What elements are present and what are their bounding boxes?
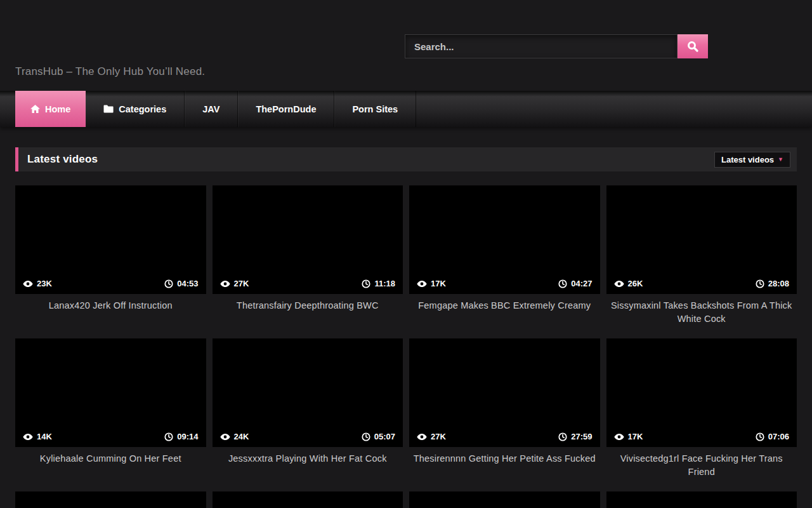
eye-icon (23, 433, 33, 441)
video-card[interactable]: 14K 09:14 Kyliehaale Cumming On Her Feet (15, 338, 206, 479)
video-meta: 14K 09:14 (15, 427, 206, 447)
video-title[interactable]: Lanax420 Jerk Off Instruction (18, 299, 204, 326)
nav-item-theporndude[interactable]: ThePornDude (238, 91, 334, 127)
video-title[interactable]: Jessxxxtra Playing With Her Fat Cock (215, 452, 401, 479)
video-card[interactable]: 27K 11:18 Thetransfairy Deepthroating BW… (213, 185, 403, 326)
video-views: 14K (37, 432, 52, 441)
sort-dropdown[interactable]: Latest videos ▼ (714, 152, 790, 168)
nav-item-label: JAV (202, 104, 219, 114)
clock-icon (756, 432, 764, 441)
clock-icon (756, 279, 764, 288)
video-card[interactable]: 23K 04:53 Lanax420 Jerk Off Instruction (15, 185, 206, 326)
clock-icon (362, 279, 370, 288)
video-meta: 27K 27:59 (409, 427, 600, 447)
video-title[interactable]: Sissymaxinl Takes Backshots From A Thick… (609, 299, 795, 326)
video-thumbnail[interactable]: 17K 07:06 (606, 338, 797, 447)
video-title[interactable]: Thesirennnn Getting Her Petite Ass Fucke… (412, 452, 598, 479)
site-header: TransHub – The Only Hub You’ll Need. (0, 0, 812, 91)
video-title[interactable]: Femgape Makes BBC Extremely Creamy (412, 299, 598, 326)
video-thumbnail[interactable]: 23K 04:53 (15, 185, 206, 294)
video-meta: 17K 07:06 (606, 427, 797, 447)
video-thumbnail[interactable] (409, 491, 600, 508)
clock-icon (362, 432, 370, 441)
video-duration: 11:18 (374, 279, 395, 288)
video-thumbnail[interactable]: 14K 09:14 (15, 338, 206, 447)
home-icon (30, 105, 40, 114)
nav-item-label: Porn Sites (352, 104, 398, 114)
video-views: 27K (431, 432, 446, 441)
main-content: Latest videos Latest videos ▼ 23K (0, 147, 812, 508)
video-title[interactable]: Kyliehaale Cumming On Her Feet (18, 452, 204, 479)
video-views: 27K (234, 279, 249, 288)
section-title: Latest videos (27, 153, 98, 166)
site-tagline: TransHub – The Only Hub You’ll Need. (15, 65, 205, 78)
nav-item-categories[interactable]: Categories (86, 91, 185, 127)
search-button[interactable] (678, 34, 708, 58)
video-views: 24K (234, 432, 249, 441)
video-thumbnail[interactable]: 27K 27:59 (409, 338, 600, 447)
video-card-partial[interactable] (606, 491, 797, 508)
video-meta: 17K 04:27 (409, 274, 600, 294)
search-form (405, 34, 708, 58)
video-card[interactable]: 26K 28:08 Sissymaxinl Takes Backshots Fr… (606, 185, 797, 326)
video-views: 17K (431, 279, 446, 288)
video-card[interactable]: 24K 05:07 Jessxxxtra Playing With Her Fa… (213, 338, 403, 479)
video-views: 23K (37, 279, 52, 288)
video-meta: 23K 04:53 (15, 274, 206, 294)
video-duration: 05:07 (374, 432, 395, 441)
eye-icon (417, 280, 427, 288)
chevron-down-icon: ▼ (778, 157, 783, 163)
nav-item-home[interactable]: Home (15, 91, 86, 127)
section-header: Latest videos Latest videos ▼ (15, 147, 797, 171)
video-duration: 07:06 (768, 432, 789, 441)
folder-icon (103, 105, 114, 113)
video-thumbnail[interactable] (213, 491, 403, 508)
video-meta: 27K 11:18 (213, 274, 403, 294)
nav-item-label: ThePornDude (256, 104, 316, 114)
clock-icon (164, 432, 173, 441)
video-thumbnail[interactable]: 17K 04:27 (409, 185, 600, 294)
eye-icon (614, 433, 624, 441)
video-card-partial[interactable] (409, 491, 600, 508)
video-thumbnail[interactable]: 24K 05:07 (213, 338, 403, 447)
video-meta: 26K 28:08 (606, 274, 797, 294)
clock-icon (164, 279, 173, 288)
video-duration: 27:59 (571, 432, 592, 441)
nav-item-label: Home (45, 104, 70, 114)
video-views: 26K (628, 279, 643, 288)
eye-icon (220, 280, 230, 288)
eye-icon (220, 433, 230, 441)
video-thumbnail[interactable] (606, 491, 797, 508)
video-grid: 23K 04:53 Lanax420 Jerk Off Instruction (15, 185, 797, 508)
nav-item-porn-sites[interactable]: Porn Sites (334, 91, 416, 127)
video-views: 17K (628, 432, 643, 441)
video-card-partial[interactable] (15, 491, 206, 508)
video-thumbnail[interactable]: 27K 11:18 (213, 185, 403, 294)
eye-icon (417, 433, 427, 441)
main-nav: Home Categories JAV ThePornDude Porn Sit… (0, 91, 812, 127)
video-duration: 09:14 (177, 432, 198, 441)
search-input[interactable] (405, 34, 678, 58)
video-card-partial[interactable] (213, 491, 403, 508)
video-card[interactable]: 27K 27:59 Thesirennnn Getting Her Petite… (409, 338, 600, 479)
clock-icon (558, 432, 567, 441)
video-duration: 04:27 (571, 279, 592, 288)
eye-icon (614, 280, 624, 288)
video-thumbnail[interactable]: 26K 28:08 (606, 185, 797, 294)
video-duration: 04:53 (177, 279, 198, 288)
video-thumbnail[interactable] (15, 491, 206, 508)
sort-dropdown-label: Latest videos (721, 155, 774, 164)
video-meta: 24K 05:07 (213, 427, 403, 447)
magnifier-icon (687, 41, 698, 52)
eye-icon (23, 280, 33, 288)
video-title[interactable]: Vivisectedg1rl Face Fucking Her Trans Fr… (609, 452, 795, 479)
clock-icon (558, 279, 567, 288)
video-card[interactable]: 17K 04:27 Femgape Makes BBC Extremely Cr… (409, 185, 600, 326)
nav-item-label: Categories (119, 104, 166, 114)
video-title[interactable]: Thetransfairy Deepthroating BWC (215, 299, 401, 326)
video-duration: 28:08 (768, 279, 789, 288)
video-card[interactable]: 17K 07:06 Vivisectedg1rl Face Fucking He… (606, 338, 797, 479)
nav-item-jav[interactable]: JAV (185, 91, 238, 127)
